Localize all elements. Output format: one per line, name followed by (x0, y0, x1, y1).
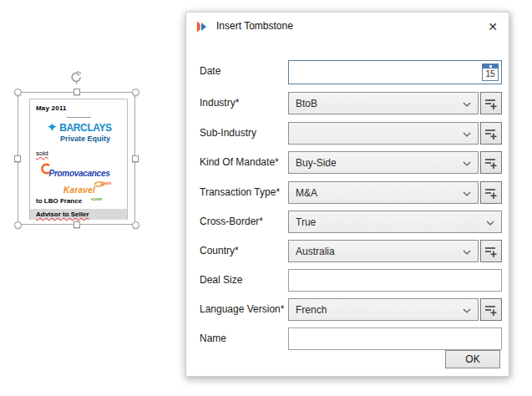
field-label: Deal Size (200, 274, 242, 286)
dialog-title: Insert Tombstone (216, 20, 293, 32)
combobox-value: Australia (296, 246, 335, 257)
date-input[interactable] (289, 61, 479, 84)
field-label: Industry* (200, 97, 239, 109)
field-label: Transaction Type* (200, 186, 280, 198)
combobox-value: Buy-Side (296, 157, 337, 169)
handle-middle-right[interactable] (132, 155, 139, 162)
tombstone-footer-text: Advisor to Seller (36, 211, 89, 218)
name-input[interactable] (288, 327, 502, 350)
target-logo: Promovacances .com (30, 165, 129, 180)
form-row-sub-industry: Sub-Industry (186, 122, 510, 145)
dialog-titlebar[interactable]: Insert Tombstone ✕ (186, 13, 509, 41)
tombstone-date: May 2011 (36, 104, 67, 112)
tombstone-object[interactable]: May 2011 BARCLAYS Private Equity sold Pr… (29, 99, 128, 220)
rotate-icon (69, 70, 84, 84)
field-label: Date (200, 65, 220, 77)
form-row-date: Date 15 (186, 60, 510, 84)
app-canvas: May 2011 BARCLAYS Private Equity sold Pr… (0, 0, 532, 396)
chevron-down-icon (463, 308, 471, 313)
deal-size-field (288, 269, 502, 292)
industry-combobox[interactable]: BtoB (288, 92, 479, 114)
target-logo2-com: -com (90, 196, 102, 201)
app-logo-icon (196, 20, 211, 33)
field-label: Sub-Industry (200, 127, 256, 139)
handle-top-center[interactable] (73, 89, 80, 95)
insert-tombstone-dialog: Insert Tombstone ✕ Date 15 Industry* Bto… (185, 12, 509, 377)
combobox-value: BtoB (296, 98, 317, 109)
target-logo2-text: Karavel (63, 185, 95, 195)
handle-bottom-right[interactable] (132, 221, 139, 229)
ok-button[interactable]: OK (445, 350, 500, 368)
chevron-down-icon (486, 221, 494, 226)
close-icon[interactable]: ✕ (484, 18, 502, 36)
chevron-down-icon (463, 102, 471, 107)
form-row-cross-border: Cross-Border* True (186, 211, 510, 233)
seller-logo-text: BARCLAYS (59, 122, 111, 134)
add-item-icon (484, 156, 499, 170)
name-field (288, 327, 502, 350)
handle-top-right[interactable] (132, 89, 139, 96)
add-item-icon (484, 245, 499, 259)
sub-industry-combobox[interactable] (288, 122, 479, 145)
deal-size-input[interactable] (288, 269, 502, 292)
target-logo-text: Promovacances (49, 169, 110, 178)
date-field: 15 (288, 60, 502, 84)
tombstone-to-line: to LBO France (36, 197, 82, 205)
tombstone-rotate-handle[interactable] (69, 70, 84, 84)
target-logo2: Karavel -com (30, 181, 129, 196)
country-combobox[interactable]: Australia (288, 240, 479, 262)
transaction-type-add-button[interactable] (480, 181, 502, 204)
add-item-icon (484, 303, 499, 317)
language-version-combobox[interactable]: French (288, 298, 479, 321)
add-item-icon (484, 127, 499, 141)
kind-of-mandate-combobox[interactable]: Buy-Side (288, 151, 479, 174)
add-item-icon (484, 97, 499, 111)
tombstone-action: sold (36, 150, 48, 157)
calendar-icon-header (483, 64, 498, 69)
calendar-icon[interactable]: 15 (482, 63, 499, 81)
form-row-transaction-type: Transaction Type* M&A (186, 181, 510, 204)
handle-bottom-left[interactable] (14, 221, 22, 229)
form-row-language-version: Language Version* French (186, 298, 510, 321)
add-item-icon (484, 186, 499, 201)
karavel-swirl-icon (94, 180, 105, 188)
promovacances-swirl-icon (40, 163, 51, 175)
field-label: Name (200, 333, 226, 344)
handle-middle-left[interactable] (14, 155, 21, 162)
field-label: Language Version* (200, 303, 284, 315)
form-row-country: Country* Australia (186, 240, 510, 262)
field-label: Kind Of Mandate* (200, 156, 279, 168)
handle-top-left[interactable] (14, 89, 22, 96)
chevron-down-icon (463, 191, 471, 196)
chevron-down-icon (463, 132, 471, 137)
chevron-down-icon (463, 250, 471, 255)
seller-logo-subtext: Private Equity (30, 135, 129, 143)
industry-add-button[interactable] (480, 92, 502, 114)
kind-of-mandate-add-button[interactable] (480, 151, 502, 174)
chevron-down-icon (463, 161, 471, 166)
combobox-value: M&A (296, 187, 317, 199)
tombstone-divider (67, 117, 91, 118)
sub-industry-add-button[interactable] (480, 122, 502, 145)
field-label: Country* (200, 245, 239, 256)
cross-border-combobox[interactable]: True (288, 211, 502, 233)
seller-logo: BARCLAYS Private Equity (30, 121, 129, 143)
combobox-value: French (296, 304, 327, 316)
field-label: Cross-Border* (200, 216, 263, 227)
form-row-kind-of-mandate: Kind Of Mandate* Buy-Side (186, 151, 510, 174)
barclays-eagle-icon (47, 122, 58, 133)
transaction-type-combobox[interactable]: M&A (288, 181, 479, 204)
tombstone-footer-strip: Advisor to Seller (30, 209, 127, 220)
calendar-icon-day: 15 (483, 69, 498, 79)
form-row-industry: Industry* BtoB (186, 92, 510, 114)
handle-bottom-center[interactable] (73, 221, 80, 228)
combobox-value: True (296, 216, 316, 228)
country-add-button[interactable] (480, 240, 502, 262)
language-version-add-button[interactable] (480, 298, 502, 321)
form-row-name: Name (186, 327, 510, 350)
form-row-deal-size: Deal Size (186, 269, 510, 292)
